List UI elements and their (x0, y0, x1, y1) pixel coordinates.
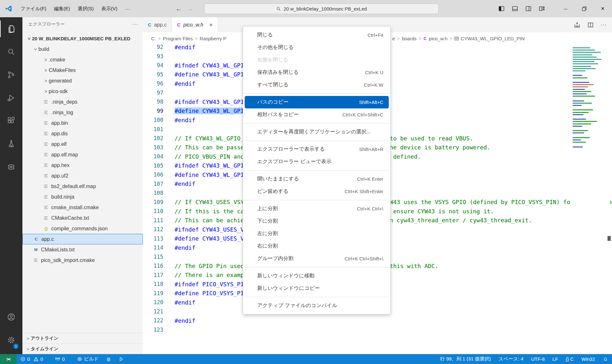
context-menu-item[interactable]: エディターを再度開くアプリケーションの選択... (243, 126, 390, 138)
status-item[interactable]: スペース: 4 (495, 356, 527, 362)
tree-item[interactable]: app.uf2 (22, 170, 143, 181)
context-menu-item[interactable]: 右側を閉じる (243, 54, 390, 66)
scrollbar-mark[interactable] (608, 236, 611, 241)
code-line[interactable]: 123 (143, 325, 612, 335)
tree-item[interactable]: Capp.c (22, 234, 143, 244)
context-menu-item[interactable]: エクスプローラー ビューで表示 (243, 155, 390, 168)
menubar-item[interactable]: 編集(E) (50, 4, 74, 14)
serial-port-status[interactable]: 0 (51, 354, 68, 364)
context-menu-item[interactable]: 相対パスをコピーCtrl+K Ctrl+Shift+C (243, 108, 390, 121)
minimap[interactable] (570, 45, 610, 354)
tree-root-folder[interactable]: > 20 W_BLINKDELAY_1000MSEC PB_EXLED (22, 33, 143, 44)
tree-item[interactable]: >CMakeFiles (22, 65, 143, 75)
tree-item[interactable]: >pico-sdk (22, 86, 143, 97)
status-item[interactable]: UTF-8 (527, 356, 549, 362)
breadcrumb-item[interactable]: C: (151, 36, 156, 41)
toggle-sidebar-icon[interactable] (498, 5, 505, 12)
run-button[interactable] (115, 354, 127, 364)
code-line[interactable]: 122#endif (143, 316, 612, 325)
context-menu-item[interactable]: グループ内分割Ctrl+K Ctrl+Shift+\ (243, 252, 390, 265)
sidebar-section-header[interactable]: >タイムライン (22, 344, 143, 354)
tree-item[interactable]: app.elf (22, 139, 143, 149)
tree-item[interactable]: app.hex (22, 160, 143, 170)
remote-indicator[interactable]: >< (0, 354, 17, 364)
breadcrumb-item[interactable]: e (392, 36, 395, 41)
menubar-item[interactable]: ··· (121, 4, 134, 13)
status-item[interactable]: 行 99、列 1 (31 個選択) (436, 356, 494, 362)
context-menu-item[interactable]: アクティブ ファイルのコンパイル (243, 299, 390, 312)
toggle-panel-icon[interactable] (512, 5, 518, 12)
tree-item[interactable]: cmake_install.cmake (22, 202, 143, 213)
close-tab-icon[interactable]: ✕ (209, 22, 213, 28)
breadcrumb-item[interactable]: Program Files (163, 36, 193, 41)
tree-item[interactable]: app.bin (22, 118, 143, 128)
testing-icon[interactable] (0, 132, 22, 155)
close-window-button[interactable]: ✕ (593, 0, 612, 17)
context-menu-item[interactable]: 上に分割Ctrl+K Ctrl+\ (243, 202, 390, 215)
tree-item[interactable]: bs2_default.elf.map (22, 181, 143, 192)
context-menu-item[interactable]: 新しいウィンドウにコピー (243, 282, 390, 295)
source-control-icon[interactable] (0, 63, 22, 86)
context-menu-item[interactable]: パスのコピーShift+Alt+C (245, 96, 389, 108)
breadcrumb-item[interactable]: Raspberry P (200, 36, 226, 41)
status-item[interactable]: Win32 (577, 356, 599, 362)
toggle-secondary-sidebar-icon[interactable] (525, 5, 532, 12)
restore-button[interactable] (575, 0, 593, 17)
run-debug-icon[interactable] (0, 86, 22, 109)
tree-item[interactable]: {}compile_commands.json (22, 223, 143, 234)
tree-item[interactable]: .ninja_deps (22, 97, 143, 107)
context-menu-item[interactable]: 開いたままにするCtrl+K Enter (243, 173, 390, 185)
editor-more-actions-icon[interactable]: ··· (600, 22, 607, 28)
tree-item[interactable]: app.elf.map (22, 149, 143, 160)
context-menu-item[interactable]: 保存済みを閉じるCtrl+K U (243, 66, 390, 79)
command-center-search[interactable]: 20 w_blinkDelay_1000msec PB_exLed (204, 4, 439, 14)
sidebar-section-header[interactable]: >アウトライン (22, 333, 143, 344)
context-menu-item[interactable]: 閉じるCtrl+F4 (243, 29, 390, 41)
menubar-item[interactable]: ファイル(F) (17, 4, 50, 14)
editor-tab[interactable]: Cpico_w.h✕ (172, 17, 218, 32)
status-item[interactable]: {} C (562, 356, 577, 362)
minimize-button[interactable]: ─ (556, 0, 575, 17)
tree-item[interactable]: .ninja_log (22, 107, 143, 118)
debug-button[interactable] (102, 354, 115, 364)
menubar-item[interactable]: 選択(S) (74, 4, 98, 14)
customize-layout-icon[interactable] (539, 5, 545, 12)
sidebar-more-actions-icon[interactable]: ··· (132, 21, 138, 27)
context-menu-item[interactable]: 下に分割 (243, 215, 390, 227)
extensions-icon[interactable] (0, 109, 22, 132)
tree-item[interactable]: pico_sdk_import.cmake (22, 255, 143, 265)
split-editor-icon[interactable] (587, 21, 594, 28)
tree-item[interactable]: app.dis (22, 128, 143, 139)
context-menu-item[interactable]: その他を閉じる (243, 41, 390, 54)
menubar-item[interactable]: 表示(V) (98, 4, 121, 14)
tree-item[interactable]: build.ninja (22, 192, 143, 202)
status-item[interactable]: LF (549, 356, 562, 362)
editor-tab[interactable]: Capp.c (143, 17, 172, 32)
breadcrumb-item[interactable]: boards (402, 36, 417, 41)
tree-item[interactable]: >.cmake (22, 54, 143, 65)
notifications-bell-icon[interactable] (599, 356, 612, 362)
nav-forward-icon[interactable]: → (187, 5, 193, 12)
problems-status[interactable]: 0 0 (17, 354, 47, 364)
context-menu-item[interactable]: 左に分割 (243, 227, 390, 240)
flash-device-icon[interactable] (574, 21, 581, 28)
tree-item[interactable]: MCMakeLists.txt (22, 244, 143, 255)
context-menu-item[interactable]: すべて閉じるCtrl+K W (243, 79, 390, 91)
context-menu-item[interactable]: ピン留めするCtrl+K Shift+Enter (243, 185, 390, 198)
search-sidebar-icon[interactable] (0, 40, 22, 63)
context-menu-item[interactable]: 新しいウィンドウに移動 (243, 270, 390, 282)
tree-item[interactable]: >build (22, 44, 143, 54)
explorer-icon[interactable] (0, 17, 22, 40)
tree-item-label: app.elf.map (51, 152, 78, 158)
cmake-build-button[interactable]: ビルド (73, 354, 102, 364)
context-menu-item[interactable]: エクスプローラーで表示するShift+Alt+R (243, 143, 390, 155)
settings-gear-icon[interactable]: 1 (0, 328, 22, 352)
tree-item[interactable]: >generated (22, 75, 143, 86)
breadcrumb-item[interactable]: pico_w.h (429, 36, 447, 41)
pico-extension-icon[interactable] (0, 155, 22, 178)
nav-back-icon[interactable]: ← (175, 5, 182, 12)
tree-item[interactable]: CMakeCache.txt (22, 213, 143, 223)
breadcrumb-item[interactable]: CYW43_WL_GPIO_LED_PIN (461, 36, 525, 41)
account-icon[interactable] (0, 305, 22, 328)
context-menu-item[interactable]: 右に分割 (243, 240, 390, 252)
